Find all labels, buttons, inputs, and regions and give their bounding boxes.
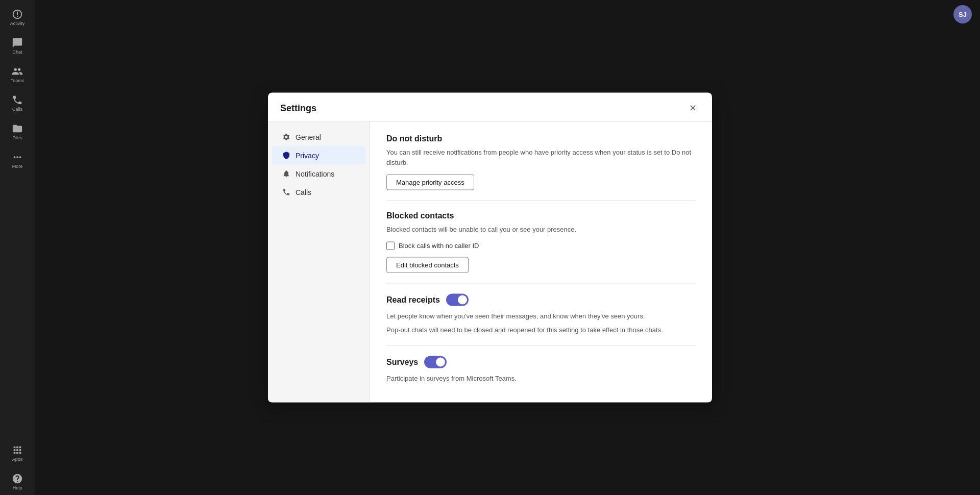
blocked-contacts-section-title: Blocked contacts <box>386 211 696 220</box>
surveys-toggle[interactable] <box>424 356 447 368</box>
sidebar: Activity Chat Teams Calls Files More App… <box>0 0 35 495</box>
dnd-description: You can still receive notifications from… <box>386 147 696 167</box>
dialog-header: Settings ✕ <box>268 93 712 122</box>
nav-calls-label: Calls <box>296 188 311 196</box>
dialog-body: General Privacy Notifications Calls Do n… <box>268 122 712 403</box>
surveys-description: Participate in surveys from Microsoft Te… <box>386 373 696 383</box>
settings-title: Settings <box>280 103 316 113</box>
sidebar-item-apps[interactable]: Apps <box>4 440 31 466</box>
sidebar-label-calls: Calls <box>12 107 22 112</box>
divider-1 <box>386 201 696 201</box>
nav-privacy-label: Privacy <box>296 152 319 160</box>
nav-item-notifications[interactable]: Notifications <box>272 165 365 183</box>
nav-item-privacy[interactable]: Privacy <box>272 146 365 165</box>
blocked-contacts-description: Blocked contacts will be unable to call … <box>386 225 696 235</box>
sidebar-label-teams: Teams <box>11 78 24 83</box>
avatar[interactable]: SJ <box>953 5 972 23</box>
sidebar-label-apps: Apps <box>12 457 23 462</box>
read-receipts-toggle[interactable] <box>446 293 469 306</box>
edit-blocked-contacts-button[interactable]: Edit blocked contacts <box>386 257 469 273</box>
toggle-knob <box>458 295 467 304</box>
divider-3 <box>386 345 696 345</box>
dnd-section-title: Do not disturb <box>386 134 696 143</box>
block-calls-checkbox[interactable] <box>386 241 395 250</box>
sidebar-label-files: Files <box>12 135 22 140</box>
sidebar-item-files[interactable]: Files <box>4 118 31 145</box>
sidebar-item-help[interactable]: Help <box>4 468 31 495</box>
surveys-row: Surveys <box>386 356 696 368</box>
sidebar-item-more[interactable]: More <box>4 147 31 174</box>
divider-2 <box>386 283 696 283</box>
settings-dialog: Settings ✕ General Privacy Notifications <box>268 93 712 403</box>
sidebar-item-chat[interactable]: Chat <box>4 33 31 59</box>
sidebar-label-chat: Chat <box>12 50 22 55</box>
sidebar-item-teams[interactable]: Teams <box>4 61 31 88</box>
surveys-toggle-knob <box>436 357 445 366</box>
sidebar-label-more: More <box>12 164 23 169</box>
sidebar-item-activity[interactable]: Activity <box>4 4 31 31</box>
nav-item-calls[interactable]: Calls <box>272 183 365 202</box>
nav-notifications-label: Notifications <box>296 170 334 178</box>
read-receipts-desc2: Pop-out chats will need to be closed and… <box>386 325 696 335</box>
nav-general-label: General <box>296 133 321 141</box>
block-calls-label: Block calls with no caller ID <box>399 242 479 250</box>
block-calls-row: Block calls with no caller ID <box>386 241 696 250</box>
avatar-initials: SJ <box>959 11 967 18</box>
sidebar-item-calls[interactable]: Calls <box>4 90 31 116</box>
read-receipts-row: Read receipts <box>386 293 696 306</box>
sidebar-label-help: Help <box>13 485 22 490</box>
settings-content: Do not disturb You can still receive not… <box>370 122 712 403</box>
manage-priority-access-button[interactable]: Manage priority access <box>386 175 474 190</box>
settings-close-button[interactable]: ✕ <box>685 101 700 115</box>
read-receipts-desc1: Let people know when you've seen their m… <box>386 311 696 321</box>
surveys-label: Surveys <box>386 357 418 366</box>
read-receipts-label: Read receipts <box>386 295 440 304</box>
nav-item-general[interactable]: General <box>272 128 365 146</box>
sidebar-label-activity: Activity <box>10 21 25 26</box>
settings-nav: General Privacy Notifications Calls <box>268 122 370 403</box>
